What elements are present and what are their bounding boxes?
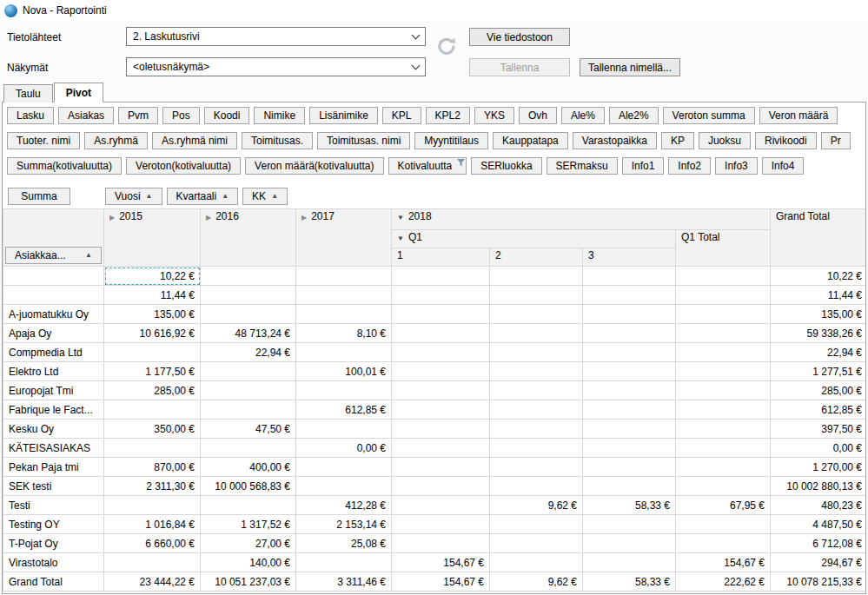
row-field-button[interactable]: Asiakkaa... ▲ <box>5 247 102 264</box>
pivot-cell[interactable] <box>490 553 583 572</box>
row-label[interactable]: Testi <box>3 496 104 515</box>
row-label[interactable]: Virastotalo <box>3 553 104 572</box>
pivot-cell[interactable] <box>392 324 490 343</box>
field-button-toimitusas[interactable]: Toimitusas. <box>242 132 313 149</box>
pivot-cell[interactable] <box>201 400 296 420</box>
pivot-cell[interactable] <box>392 458 490 477</box>
pivot-cell[interactable]: 10 078 215,33 € <box>771 572 866 592</box>
year-header-2018[interactable]: ▼2018 <box>392 209 771 230</box>
pivot-cell[interactable]: 1 277,51 € <box>771 362 866 381</box>
pivot-cell[interactable]: 397,50 € <box>771 420 866 439</box>
grand-total-header[interactable]: Grand Total <box>771 209 866 267</box>
column-field-button-kvartaali[interactable]: Kvartaali ▲ <box>167 188 239 205</box>
pivot-cell[interactable]: 6 660,00 € <box>104 534 201 553</box>
month-header-2[interactable]: 2 <box>490 248 583 267</box>
row-label[interactable]: Fabrique le Fact... <box>3 400 104 420</box>
row-label[interactable]: KÄTEISASIAKAS <box>3 439 104 458</box>
field-button-info2[interactable]: Info2 <box>668 157 711 175</box>
pivot-cell[interactable]: 10 000 568,83 € <box>201 477 296 496</box>
pivot-cell[interactable] <box>392 305 490 324</box>
pivot-cell[interactable]: 480,23 € <box>771 496 866 515</box>
pivot-cell[interactable]: 2 153,14 € <box>296 515 392 534</box>
pivot-cell[interactable]: 135,00 € <box>771 305 866 324</box>
pivot-cell[interactable] <box>490 381 583 400</box>
field-button-varastopaikka[interactable]: Varastopaikka <box>573 132 657 149</box>
pivot-cell[interactable]: 1 270,00 € <box>771 458 866 477</box>
pivot-cell[interactable] <box>583 439 676 458</box>
row-label[interactable] <box>3 286 104 305</box>
pivot-cell[interactable]: 222,62 € <box>676 572 771 592</box>
pivot-cell[interactable]: 1 317,52 € <box>201 515 296 534</box>
pivot-cell[interactable]: 59 338,26 € <box>771 324 866 343</box>
row-label[interactable] <box>3 267 104 286</box>
month-header-3[interactable]: 3 <box>583 248 676 267</box>
pivot-cell[interactable] <box>676 286 771 305</box>
datasource-combobox[interactable]: 2. Laskutusrivi <box>126 27 426 46</box>
refresh-icon[interactable] <box>434 35 459 57</box>
pivot-cell[interactable]: 400,00 € <box>201 458 296 477</box>
pivot-cell[interactable] <box>583 400 676 420</box>
pivot-cell[interactable] <box>676 400 771 420</box>
pivot-cell[interactable] <box>676 534 771 553</box>
pivot-cell[interactable]: 9,62 € <box>490 496 583 515</box>
pivot-cell[interactable]: 0,00 € <box>296 439 392 458</box>
field-button-lasku[interactable]: Lasku <box>7 107 54 124</box>
pivot-cell[interactable]: 10 616,92 € <box>104 324 201 343</box>
field-button-ale[interactable]: Ale% <box>561 107 605 124</box>
pivot-cell[interactable] <box>490 362 583 381</box>
pivot-cell[interactable] <box>583 286 676 305</box>
pivot-cell[interactable] <box>296 343 392 362</box>
field-button-veroton-summa[interactable]: Veroton summa <box>663 107 755 124</box>
field-button-toimitusas-nimi[interactable]: Toimitusas. nimi <box>317 132 410 149</box>
pivot-cell[interactable]: 2 311,30 € <box>104 477 201 496</box>
pivot-cell[interactable] <box>392 420 490 439</box>
row-label[interactable]: Testing OY <box>3 515 104 534</box>
pivot-cell[interactable] <box>676 420 771 439</box>
row-label[interactable]: A-juomatukku Oy <box>3 305 104 324</box>
field-button-ovh[interactable]: Ovh <box>519 107 557 124</box>
save-button[interactable]: Tallenna <box>469 58 570 76</box>
pivot-cell[interactable] <box>490 400 583 420</box>
row-label[interactable]: Europojat Tmi <box>3 381 104 400</box>
pivot-cell[interactable] <box>676 305 771 324</box>
pivot-cell[interactable] <box>583 420 676 439</box>
field-button-asiakas[interactable]: Asiakas <box>58 107 114 124</box>
pivot-cell[interactable]: 3 311,46 € <box>296 572 392 592</box>
field-button-nimike[interactable]: Nimike <box>254 107 305 124</box>
field-button-tuoter-nimi[interactable]: Tuoter. nimi <box>7 132 80 149</box>
pivot-cell[interactable] <box>392 343 490 362</box>
quarter-header-q1[interactable]: ▼Q1 <box>392 230 676 248</box>
tab-pivot[interactable]: Pivot <box>54 83 103 102</box>
field-button-juoksu[interactable]: Juoksu <box>699 132 751 149</box>
pivot-cell[interactable]: 10 051 237,03 € <box>201 572 296 592</box>
pivot-cell[interactable]: 23 444,22 € <box>104 572 201 592</box>
pivot-cell[interactable] <box>676 362 771 381</box>
pivot-cell[interactable] <box>201 267 296 286</box>
pivot-cell[interactable]: 1 016,84 € <box>104 515 201 534</box>
pivot-cell[interactable] <box>676 343 771 362</box>
row-label[interactable]: T-Pojat Oy <box>3 534 104 553</box>
pivot-cell[interactable]: 412,28 € <box>296 496 392 515</box>
field-button-kpl[interactable]: KPL <box>382 107 421 124</box>
field-button-veroton-kotivaluutta[interactable]: Veroton(kotivaluutta) <box>126 157 241 175</box>
pivot-cell[interactable] <box>676 324 771 343</box>
field-button-koodi[interactable]: Koodi <box>204 107 250 124</box>
pivot-cell[interactable]: 870,00 € <box>104 458 201 477</box>
field-button-kauppatapa[interactable]: Kauppatapa <box>493 132 568 149</box>
tab-taulu[interactable]: Taulu <box>3 84 53 102</box>
field-button-info4[interactable]: Info4 <box>762 157 805 175</box>
export-button[interactable]: Vie tiedostoon <box>469 28 570 46</box>
pivot-cell[interactable]: 22,94 € <box>201 343 296 362</box>
pivot-cell[interactable]: 58,33 € <box>583 572 676 592</box>
pivot-cell[interactable]: 11,44 € <box>771 286 866 305</box>
field-button-pvm[interactable]: Pvm <box>118 107 158 124</box>
pivot-cell[interactable]: 140,00 € <box>201 553 296 572</box>
pivot-cell[interactable] <box>296 286 392 305</box>
field-button-as-ryhm[interactable]: As.ryhmä <box>84 132 148 149</box>
pivot-cell[interactable] <box>583 477 676 496</box>
pivot-cell[interactable]: 8,10 € <box>296 324 392 343</box>
pivot-cell[interactable] <box>392 362 490 381</box>
pivot-cell[interactable] <box>296 381 392 400</box>
pivot-cell[interactable]: 48 713,24 € <box>201 324 296 343</box>
pivot-cell[interactable] <box>490 515 583 534</box>
